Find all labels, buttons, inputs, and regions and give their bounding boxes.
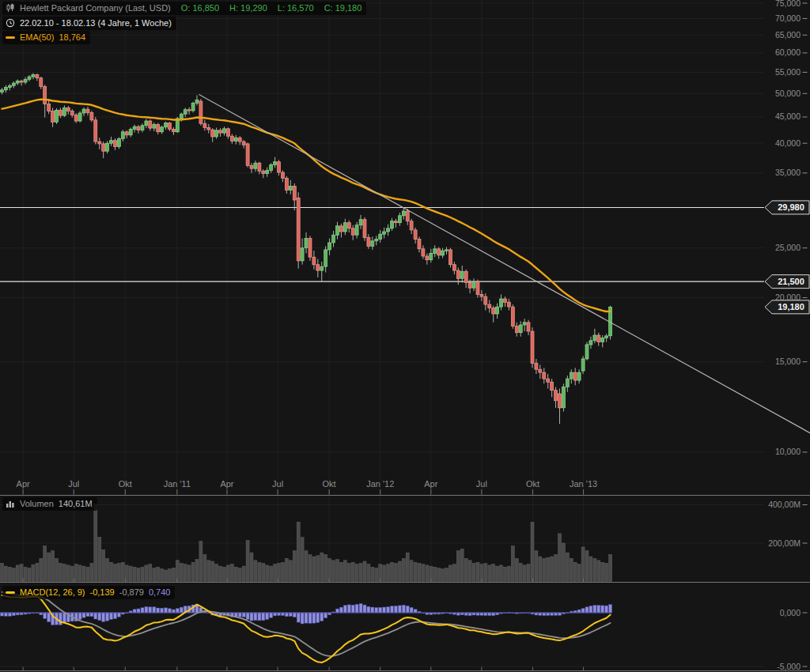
ema-label: EMA(50) [20, 32, 54, 43]
pane-dividers [0, 496, 810, 671]
ohlc-open: O: 16,850 [181, 2, 219, 13]
svg-text:-5,000: -5,000 [777, 662, 801, 671]
price-marker-badge: 29,980 [765, 201, 809, 214]
volume-value: 140,61M [59, 498, 93, 509]
macd-line [2, 595, 611, 663]
macd-histogram-layer[interactable] [0, 604, 612, 625]
svg-text:Okt: Okt [119, 479, 132, 489]
price-axis[interactable]: 75,00070,00065,00060,00055,00050,00045,0… [775, 0, 808, 456]
svg-text:29,980: 29,980 [778, 202, 804, 212]
svg-text:Apr: Apr [17, 479, 30, 489]
svg-text:25,000: 25,000 [775, 243, 801, 252]
candles-layer[interactable] [1, 73, 612, 424]
trendline[interactable] [199, 94, 810, 432]
bar-chart-icon [6, 499, 15, 508]
macd-legend: MACD(12, 26, 9) -0,139 -0,879 0,740 [2, 586, 175, 599]
macd-label: MACD(12, 26, 9) [20, 587, 85, 598]
svg-text:Okt: Okt [323, 479, 336, 489]
svg-text:Jul: Jul [272, 479, 283, 489]
macd-signal-line [2, 592, 611, 656]
svg-text:19,180: 19,180 [778, 302, 804, 311]
volume-legend: Volumen 140,61M [2, 497, 97, 511]
macd-signal-value: -0,879 [119, 587, 144, 598]
chart-canvas[interactable]: AprJulOktJan '11AprJulOktJan '12AprJulOk… [0, 0, 810, 672]
instrument-legend: Hewlett Packard Company (Last, USD) O: 1… [2, 2, 366, 15]
svg-text:Jan '12: Jan '12 [366, 479, 394, 489]
svg-text:200,00M: 200,00M [768, 538, 801, 548]
svg-text:Jan '13: Jan '13 [570, 479, 597, 489]
svg-text:65,000: 65,000 [775, 30, 801, 40]
macd-line-swatch-icon [6, 591, 15, 594]
ema-value: 18,764 [59, 32, 85, 43]
date-range: 22.02.10 - 18.02.13 (4 Jahre, 1 Woche) [20, 17, 172, 28]
clock-icon [6, 18, 15, 28]
volume-bars-layer[interactable] [1, 504, 612, 581]
ema-line [2, 100, 611, 311]
price-marker-badge: 21,500 [765, 275, 809, 289]
svg-text:Apr: Apr [424, 479, 437, 489]
candlestick-chart-icon [6, 3, 15, 13]
volume-label: Volumen [20, 498, 54, 509]
macd-hist-value: 0,740 [149, 587, 171, 598]
svg-text:70,000: 70,000 [775, 13, 801, 23]
svg-text:40,000: 40,000 [775, 138, 801, 148]
trading-chart-window: { "header": { "instrument": "Hewlett Pac… [0, 0, 810, 672]
svg-text:Jan '11: Jan '11 [164, 479, 191, 489]
svg-text:35,000: 35,000 [775, 168, 801, 177]
svg-text:45,000: 45,000 [775, 111, 801, 121]
ohlc-low: L: 16,570 [278, 2, 314, 13]
price-marker-badge: 19,180 [765, 300, 809, 314]
svg-text:75,000: 75,000 [775, 0, 801, 8]
svg-text:Jul: Jul [68, 479, 79, 489]
svg-text:10,000: 10,000 [775, 447, 801, 456]
svg-text:0,000: 0,000 [780, 608, 801, 617]
svg-text:21,500: 21,500 [778, 277, 804, 286]
volume-axis[interactable]: 400,00M200,00M [768, 500, 807, 548]
ohlc-high: H: 19,290 [229, 2, 267, 13]
svg-text:55,000: 55,000 [775, 67, 801, 77]
date-range-legend: 22.02.10 - 18.02.13 (4 Jahre, 1 Woche) [2, 17, 176, 30]
ohlc-close: C: 19,180 [324, 2, 362, 13]
svg-text:15,000: 15,000 [775, 357, 801, 366]
svg-text:Okt: Okt [526, 479, 539, 489]
svg-text:50,000: 50,000 [775, 89, 801, 98]
svg-text:Apr: Apr [220, 479, 233, 489]
ema-legend: EMA(50) 18,764 [2, 31, 90, 44]
instrument-name: Hewlett Packard Company (Last, USD) [20, 2, 171, 13]
ema-line-swatch-icon [6, 36, 15, 39]
svg-text:Jul: Jul [476, 479, 487, 489]
svg-text:60,000: 60,000 [775, 47, 801, 57]
macd-value: -0,139 [90, 587, 115, 598]
macd-axis[interactable]: 0,000-5,000 [777, 608, 807, 671]
horizontal-price-lines[interactable] [0, 207, 764, 281]
svg-text:400,00M: 400,00M [768, 500, 801, 509]
